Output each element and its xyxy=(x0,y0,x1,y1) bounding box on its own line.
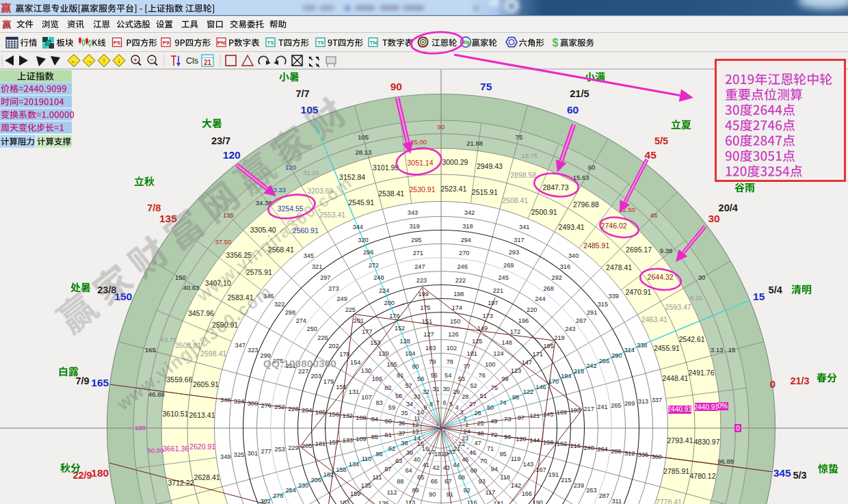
svg-text:81: 81 xyxy=(397,372,403,379)
svg-text:198: 198 xyxy=(453,291,464,297)
svg-text:239: 239 xyxy=(574,482,584,489)
svg-text:338: 338 xyxy=(637,342,647,349)
svg-text:31.25: 31.25 xyxy=(303,169,319,176)
svg-text:253: 253 xyxy=(274,446,284,453)
svg-text:182: 182 xyxy=(323,471,334,478)
svg-text:90: 90 xyxy=(390,81,402,92)
svg-text:101: 101 xyxy=(467,350,477,357)
svg-text:151: 151 xyxy=(422,318,432,325)
svg-text:106: 106 xyxy=(372,375,382,382)
svg-text:168: 168 xyxy=(543,439,553,446)
svg-text:22: 22 xyxy=(458,440,465,447)
svg-text:271: 271 xyxy=(413,250,423,256)
svg-text:174: 174 xyxy=(452,304,462,311)
svg-text:317: 317 xyxy=(514,237,524,243)
svg-text:157: 157 xyxy=(329,439,339,446)
svg-text:291: 291 xyxy=(587,309,597,316)
svg-text:90: 90 xyxy=(438,123,445,131)
svg-text:195: 195 xyxy=(543,343,553,349)
svg-text:T9: T9 xyxy=(317,40,324,46)
svg-text:248: 248 xyxy=(373,274,384,281)
svg-text:143: 143 xyxy=(523,461,533,468)
svg-text:196: 196 xyxy=(518,317,529,324)
svg-text:42: 42 xyxy=(432,464,439,471)
svg-text:120: 120 xyxy=(223,149,241,161)
svg-text:74: 74 xyxy=(499,399,506,406)
svg-text:318: 318 xyxy=(462,223,473,230)
svg-text:133: 133 xyxy=(343,437,353,444)
svg-text:226: 226 xyxy=(317,334,328,341)
svg-text:170: 170 xyxy=(548,378,559,385)
svg-text:152: 152 xyxy=(395,325,405,332)
svg-text:343: 343 xyxy=(408,209,418,216)
svg-text:288: 288 xyxy=(611,448,621,455)
svg-text:204: 204 xyxy=(302,407,312,414)
svg-text:124: 124 xyxy=(493,350,503,357)
svg-text:173: 173 xyxy=(482,313,492,319)
svg-text:62: 62 xyxy=(388,445,395,452)
svg-text:↓: ↓ xyxy=(118,57,121,64)
svg-text:5/5: 5/5 xyxy=(654,135,668,146)
svg-text:28.13: 28.13 xyxy=(355,148,371,156)
svg-text:5: 5 xyxy=(449,401,453,408)
svg-text:94: 94 xyxy=(491,466,498,473)
svg-text:319: 319 xyxy=(409,223,419,230)
svg-text:121: 121 xyxy=(529,412,540,419)
svg-text:169: 169 xyxy=(557,409,567,416)
svg-text:325: 325 xyxy=(234,451,244,458)
svg-text:206: 206 xyxy=(310,477,321,483)
svg-text:1: 1 xyxy=(465,421,468,428)
svg-text:4: 4 xyxy=(455,404,459,411)
svg-text:96.88: 96.88 xyxy=(717,457,734,465)
svg-text:130: 130 xyxy=(361,367,371,374)
svg-text:321: 321 xyxy=(312,263,322,270)
svg-text:67: 67 xyxy=(445,478,451,485)
svg-text:75: 75 xyxy=(480,81,492,92)
svg-text:+: + xyxy=(133,56,137,64)
svg-text:0%: 0% xyxy=(717,402,728,410)
svg-text:287: 287 xyxy=(599,492,609,499)
svg-text:2545.91: 2545.91 xyxy=(348,198,374,207)
svg-text:2440.91: 2440.91 xyxy=(694,403,719,411)
svg-text:105: 105 xyxy=(358,133,369,141)
svg-text:7/7: 7/7 xyxy=(296,88,310,99)
svg-text:276: 276 xyxy=(261,402,271,409)
svg-text:202: 202 xyxy=(328,343,339,349)
svg-text:293: 293 xyxy=(509,249,519,256)
svg-text:28: 28 xyxy=(462,393,468,400)
svg-text:200: 200 xyxy=(384,300,395,306)
svg-text:37: 37 xyxy=(398,430,405,437)
svg-text:3101.99: 3101.99 xyxy=(373,163,399,172)
svg-text:3: 3 xyxy=(460,409,464,416)
svg-text:2: 2 xyxy=(464,415,467,422)
svg-text:23/7: 23/7 xyxy=(211,135,230,146)
svg-text:119: 119 xyxy=(511,455,521,462)
svg-text:9: 9 xyxy=(423,404,427,411)
svg-text:249: 249 xyxy=(336,295,347,302)
svg-text:60: 60 xyxy=(385,418,392,425)
svg-text:218: 218 xyxy=(574,368,584,375)
svg-text:27: 27 xyxy=(469,401,476,408)
svg-text:32: 32 xyxy=(423,388,429,395)
svg-text:54: 54 xyxy=(445,372,451,379)
svg-text:79: 79 xyxy=(429,358,436,365)
svg-text:8: 8 xyxy=(429,401,433,408)
svg-text:41: 41 xyxy=(423,462,429,468)
svg-text:30: 30 xyxy=(442,386,449,393)
svg-text:6.25: 6.25 xyxy=(690,294,703,302)
svg-text:264: 264 xyxy=(597,446,607,453)
svg-text:217: 217 xyxy=(583,406,594,412)
svg-text:240: 240 xyxy=(583,445,594,451)
svg-text:136: 136 xyxy=(378,500,388,504)
svg-text:229: 229 xyxy=(288,445,298,451)
svg-text:113: 113 xyxy=(405,499,415,504)
svg-text:102: 102 xyxy=(447,345,457,352)
svg-text:63: 63 xyxy=(395,457,402,464)
svg-text:2644.32: 2644.32 xyxy=(648,273,674,281)
svg-text:31: 31 xyxy=(432,386,439,393)
svg-text:345: 345 xyxy=(304,252,314,259)
svg-text:2515.91: 2515.91 xyxy=(472,188,498,196)
svg-text:205: 205 xyxy=(302,442,312,449)
svg-text:84: 84 xyxy=(371,416,378,423)
svg-text:323: 323 xyxy=(248,347,258,354)
